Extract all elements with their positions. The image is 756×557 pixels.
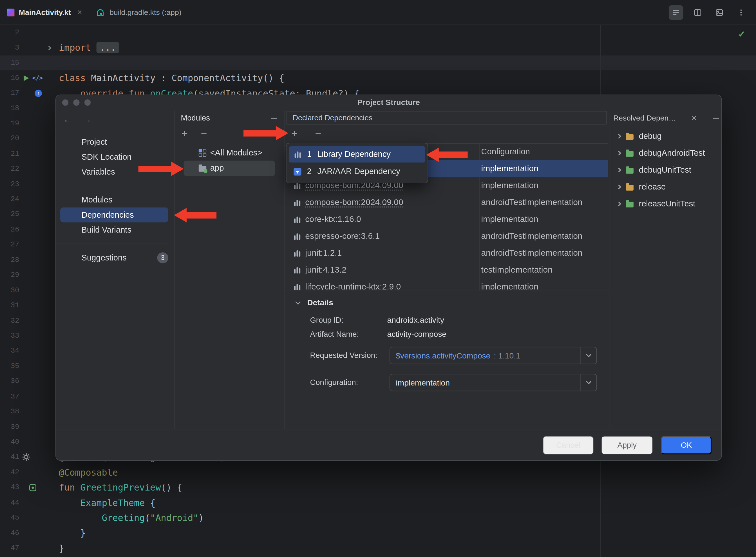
editor-line[interactable]: 44 ExampleTheme { <box>0 495 756 510</box>
resolved-label: debugAndroidTest <box>639 148 705 158</box>
library-icon <box>293 283 301 290</box>
editor-line[interactable]: 2 <box>0 25 756 40</box>
hide-panel-icon[interactable] <box>713 118 719 119</box>
maximize-window-icon[interactable] <box>85 99 91 106</box>
module-item[interactable]: <All Modules> <box>184 145 275 161</box>
module-item[interactable]: app <box>184 160 275 176</box>
code-token <box>91 42 96 53</box>
run-icon[interactable] <box>24 75 29 81</box>
all-modules-icon <box>199 149 206 156</box>
popup-item-jar-dependency[interactable]: 2JAR/AAR Dependency <box>289 164 425 180</box>
resolved-item-debugAndroidTest[interactable]: debugAndroidTest <box>609 145 721 162</box>
dependency-name: core-ktx:1.16.0 <box>305 214 361 225</box>
hide-panel-icon[interactable] <box>271 118 277 119</box>
code-token: GreetingPreview <box>80 482 161 493</box>
add-module-icon[interactable]: + <box>180 129 189 138</box>
group-id-value: androidx.activity <box>387 315 445 325</box>
popup-item-library-dependency[interactable]: 1Library Dependency <box>289 146 425 163</box>
code-token: } <box>59 528 86 538</box>
sidebar-item-sdk-location[interactable]: SDK Location <box>60 149 168 165</box>
more-options-icon[interactable] <box>734 5 748 20</box>
chevron-right-icon[interactable] <box>616 134 621 139</box>
editor-line[interactable]: 45 Greeting("Android") <box>0 510 756 525</box>
split-editor-icon[interactable] <box>690 5 705 20</box>
dialog-titlebar[interactable]: Project Structure <box>56 95 721 110</box>
resolved-panel-title: Resolved Depen… <box>613 114 676 122</box>
dependency-row[interactable]: junit:1.2.1androidTestImplementation <box>286 244 608 261</box>
line-number: 41 <box>0 453 20 461</box>
chevron-right-icon[interactable] <box>616 201 621 206</box>
code-text: } <box>59 541 64 556</box>
dependency-row[interactable]: espresso-core:3.6.1androidTestImplementa… <box>286 228 608 245</box>
library-icon <box>293 199 301 206</box>
details-header[interactable]: Details <box>296 298 333 307</box>
forward-arrow-icon[interactable]: → <box>83 114 92 125</box>
editor-line[interactable]: 42@Composable <box>0 465 756 480</box>
dependency-name: espresso-core:3.6.1 <box>305 231 380 241</box>
chevron-right-icon[interactable] <box>616 151 621 155</box>
close-panel-icon[interactable]: × <box>691 113 697 124</box>
override-icon[interactable]: ↑ <box>35 90 42 97</box>
sidebar-items: ProjectSDK LocationVariablesModulesDepen… <box>56 135 174 265</box>
configuration-column-header[interactable]: Configuration <box>481 144 530 160</box>
library-icon <box>294 151 301 158</box>
declared-dependencies-title: Declared Dependencies <box>293 114 372 122</box>
close-tab-icon[interactable]: × <box>78 8 82 17</box>
resolved-item-debugUnitTest[interactable]: debugUnitTest <box>609 162 721 179</box>
artifact-name-value: activity-compose <box>387 329 446 339</box>
code-text: @Composable <box>59 465 118 480</box>
line-number: 44 <box>0 499 20 507</box>
line-number: 21 <box>0 150 20 158</box>
cancel-button[interactable]: Cancel <box>543 436 594 455</box>
editor-tab-bar: MainActivity.kt × build.gradle.kts (:app… <box>0 0 756 25</box>
code-token: ... <box>96 42 119 53</box>
minimize-window-icon[interactable] <box>73 99 79 106</box>
ok-button[interactable]: OK <box>661 436 712 455</box>
dependency-row[interactable]: junit:4.13.2testImplementation <box>286 261 608 278</box>
back-arrow-icon[interactable]: ← <box>63 114 72 125</box>
configuration-combo[interactable]: implementation <box>390 374 597 391</box>
structure-view-icon[interactable] <box>669 5 683 20</box>
inspections-ok-icon[interactable]: ✓ <box>738 29 745 40</box>
tab-mainactivity[interactable]: MainActivity.kt × <box>0 0 89 25</box>
remove-dependency-icon[interactable]: − <box>313 129 323 138</box>
dependency-row[interactable]: core-ktx:1.16.0implementation <box>286 211 608 228</box>
resolved-item-debug[interactable]: debug <box>609 128 721 145</box>
editor-line[interactable]: 43fun GreetingPreview() { <box>0 480 756 495</box>
gear-icon[interactable] <box>22 453 30 461</box>
add-dependency-icon[interactable]: + <box>290 129 300 138</box>
apply-button[interactable]: Apply <box>601 436 653 455</box>
folder-icon <box>626 168 633 173</box>
compose-preview-icon[interactable] <box>29 484 37 491</box>
sidebar-item-variables[interactable]: Variables <box>60 165 168 179</box>
dependency-row[interactable]: lifecycle-runtime-ktx:2.9.0implementatio… <box>286 278 608 290</box>
resolved-label: releaseUnitTest <box>639 199 695 209</box>
editor-line[interactable]: 3import ... <box>0 40 756 56</box>
resolved-item-release[interactable]: release <box>609 179 721 196</box>
editor-line[interactable]: 15 <box>0 56 756 71</box>
dependency-configuration: androidTestImplementation <box>481 248 583 258</box>
requested-version-combo[interactable]: $versions.activityCompose : 1.10.1 <box>390 347 597 364</box>
tab-build-gradle[interactable]: build.gradle.kts (:app) <box>89 0 188 25</box>
editor-preview-icon[interactable] <box>712 5 726 20</box>
code-tag-icon[interactable]: </> <box>32 75 43 82</box>
combo-dropdown-icon[interactable] <box>580 374 597 390</box>
sidebar-item-modules[interactable]: Modules <box>60 192 168 207</box>
combo-dropdown-icon[interactable] <box>580 347 597 363</box>
chevron-right-icon[interactable] <box>616 184 621 189</box>
remove-module-icon[interactable]: − <box>199 129 209 138</box>
chevron-right-icon[interactable] <box>616 168 621 172</box>
sidebar-item-project[interactable]: Project <box>60 135 168 149</box>
line-number: 37 <box>0 392 20 401</box>
resolved-item-releaseUnitTest[interactable]: releaseUnitTest <box>609 196 721 212</box>
fold-expand-icon[interactable] <box>47 45 51 50</box>
dependency-row[interactable]: compose-bom:2024.09.00androidTestImpleme… <box>286 194 608 211</box>
sidebar-item-suggestions[interactable]: Suggestions3 <box>60 250 168 265</box>
editor-line[interactable]: 46 } <box>0 525 756 541</box>
editor-line[interactable]: 47} <box>0 541 756 556</box>
sidebar-item-dependencies[interactable]: Dependencies <box>60 208 168 223</box>
editor-line[interactable]: 16</>class MainActivity : ComponentActiv… <box>0 71 756 86</box>
sidebar-item-build-variants[interactable]: Build Variants <box>60 223 168 237</box>
close-window-icon[interactable] <box>62 99 68 106</box>
kotlin-file-icon <box>7 8 14 16</box>
